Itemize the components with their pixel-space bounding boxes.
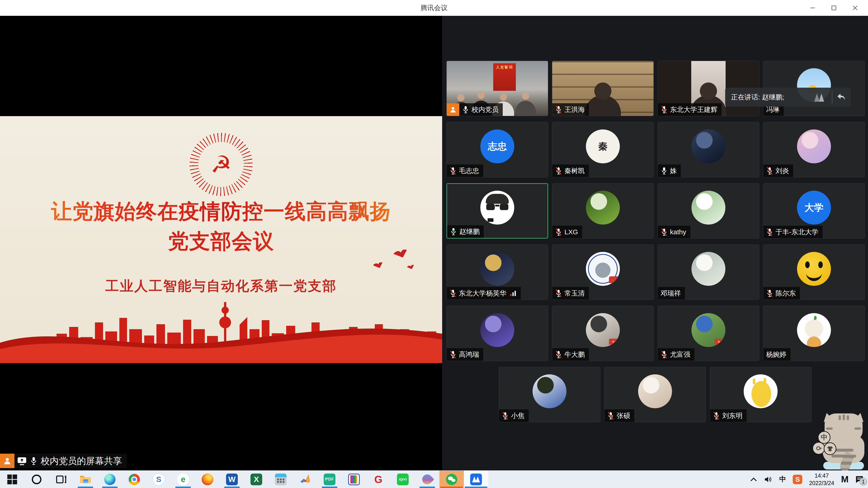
participant-nameplate: 校内党员: [459, 103, 503, 116]
participant-name: 尤富强: [670, 350, 690, 359]
taskbar-sogou-g-icon[interactable]: G: [366, 470, 391, 488]
tile-corner: 杨婉婷: [763, 348, 790, 361]
taskbar-flame-icon[interactable]: [415, 470, 439, 488]
taskbar-sogou-browser-icon[interactable]: S: [147, 470, 171, 488]
participant-name: 校内党员: [471, 105, 499, 114]
participant-tile[interactable]: 小焦: [499, 367, 600, 422]
participant-tile[interactable]: ★牛大鹏: [552, 306, 654, 361]
participant-name: 刘东明: [722, 411, 743, 420]
sharer-person-icon: [0, 454, 14, 468]
avatar: [638, 375, 672, 408]
participant-name: kathy: [670, 228, 686, 236]
taskbar-file-explorer-icon[interactable]: [73, 470, 98, 488]
participant-tile[interactable]: 张硕: [604, 367, 706, 422]
participant-tile[interactable]: 姝: [657, 122, 759, 177]
taskbar-matlab-icon[interactable]: [293, 470, 317, 488]
grid-row: 小焦张硕刘东明: [442, 367, 868, 422]
minimize-button[interactable]: [802, 0, 823, 16]
taskbar-notes-icon[interactable]: [342, 470, 366, 488]
tray-expand-chevron-icon[interactable]: [750, 477, 757, 482]
close-button[interactable]: [844, 0, 866, 16]
participant-tile[interactable]: LXG: [552, 183, 654, 238]
taskbar-clock[interactable]: 14:47 2022/3/24: [809, 472, 834, 487]
participant-name: 小焦: [511, 411, 525, 420]
taskbar-foxit-pdf-icon[interactable]: PDF: [317, 470, 342, 488]
avatar: 大学: [797, 191, 831, 225]
taskbar-browser-360-icon[interactable]: e: [171, 470, 195, 488]
action-center-icon[interactable]: 1: [855, 475, 864, 484]
pet-outfit-button[interactable]: [824, 442, 836, 455]
avatar: ★: [691, 313, 725, 347]
participant-tile[interactable]: ★尤富强: [657, 306, 759, 361]
screen-sharer-badge: [447, 103, 459, 116]
participant-tile[interactable]: 秦秦树凯: [552, 122, 654, 177]
participant-tile[interactable]: 志忠毛志忠: [446, 122, 548, 177]
participant-tile[interactable]: 东北大学杨英华: [446, 245, 548, 300]
participant-tile[interactable]: 大学于丰-东北大学: [763, 183, 865, 238]
participant-tile[interactable]: 王洪海: [552, 61, 654, 116]
participant-tile[interactable]: 陈尔东: [763, 245, 865, 300]
tile-corner: 尤富强: [658, 348, 694, 361]
tile-corner: 牛大鹏: [552, 348, 589, 361]
share-banner-text: 校内党员的屏幕共享: [41, 455, 122, 467]
participant-tile[interactable]: 邓瑞祥: [657, 245, 759, 300]
participant-nameplate: 姝: [658, 164, 681, 177]
participant-name: 高鸿瑞: [459, 350, 479, 359]
desktop-pet-widget[interactable]: 中: [812, 414, 867, 470]
taskbar-excel-icon[interactable]: X: [244, 470, 269, 488]
avatar: [480, 191, 514, 225]
mic-muted-icon: [555, 289, 562, 297]
taskbar-tencent-meeting-icon[interactable]: [464, 470, 488, 488]
sogou-input-icon[interactable]: S: [793, 475, 802, 484]
participant-nameplate: 刘炎: [763, 164, 793, 177]
volume-icon[interactable]: [764, 476, 772, 483]
taskbar-start-button[interactable]: [0, 470, 24, 488]
taskbar-edge-icon[interactable]: [98, 470, 122, 488]
mic-on-icon: [29, 457, 38, 465]
avatar: [480, 252, 514, 286]
taskbar-wechat-icon[interactable]: [439, 470, 464, 488]
participant-name: 刘炎: [776, 166, 789, 175]
toast-divider: [832, 91, 832, 103]
mic-speaking-icon: [450, 228, 457, 236]
participant-tile[interactable]: kathy: [657, 183, 759, 238]
participant-tile[interactable]: 刘东明: [710, 367, 811, 422]
tile-corner: 小焦: [499, 410, 529, 422]
reply-arrow-icon[interactable]: [836, 93, 846, 101]
participant-tile[interactable]: 入党誓词校内党员: [446, 61, 548, 116]
participant-tile[interactable]: 赵继鹏: [446, 183, 548, 238]
taskbar-search-icon[interactable]: [24, 470, 49, 488]
taskbar-iqiyi-icon[interactable]: iQIYI: [391, 470, 415, 488]
avatar: [691, 129, 725, 163]
participant-tile[interactable]: 刘炎: [763, 122, 865, 177]
taskbar-task-view-icon[interactable]: [49, 470, 73, 488]
participant-nameplate: 杨婉婷: [763, 348, 790, 361]
taskbar-word-icon[interactable]: W: [220, 470, 244, 488]
taskbar-chrome-icon[interactable]: [122, 470, 147, 488]
mic-muted-icon: [555, 167, 562, 175]
participant-tile[interactable]: 高鸿瑞: [446, 306, 548, 361]
m-app-tray-icon[interactable]: M: [841, 474, 848, 484]
participant-nameplate: 王洪海: [552, 103, 589, 116]
taskbar-calculator-icon[interactable]: [269, 470, 293, 488]
grid-row: 东北大学杨英华常玉清邓瑞祥陈尔东: [442, 245, 868, 300]
city-skyline-graphic: [0, 295, 442, 363]
flag-badge: ★: [715, 339, 723, 345]
slide-title-line1: 让党旗始终在疫情防控一线高高飘扬: [0, 197, 442, 225]
screen-share-banner[interactable]: 校内党员的屏幕共享: [0, 454, 127, 468]
participant-nameplate: 东北大学杨英华: [447, 287, 521, 300]
tile-corner: 王洪海: [552, 103, 589, 116]
tile-corner: 邓瑞祥: [658, 287, 685, 300]
grid-row: 高鸿瑞★牛大鹏★尤富强杨婉婷: [442, 306, 868, 361]
participant-name: 牛大鹏: [564, 350, 585, 359]
system-tray: 中 S 14:47 2022/3/24 M 1: [750, 470, 868, 488]
participant-name: 常玉清: [564, 289, 585, 298]
avatar: [586, 252, 620, 286]
pet-camera-button[interactable]: [812, 442, 825, 455]
tray-time: 14:47: [809, 472, 834, 480]
taskbar-firefox-icon[interactable]: [195, 470, 220, 488]
input-language-indicator[interactable]: 中: [779, 475, 786, 484]
maximize-button[interactable]: [823, 0, 844, 16]
participant-tile[interactable]: 杨婉婷: [763, 306, 865, 361]
participant-tile[interactable]: 常玉清: [552, 245, 654, 300]
